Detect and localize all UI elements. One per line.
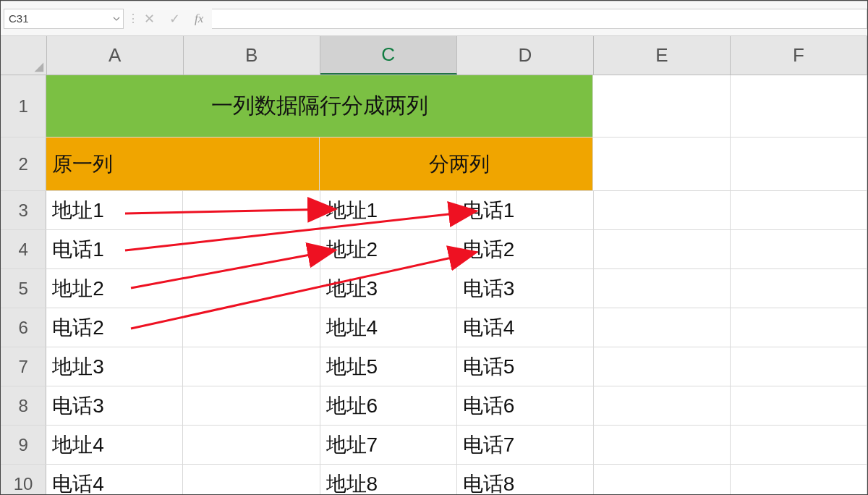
cell-A[interactable]: 地址1 [46,191,183,229]
cell-D[interactable]: 电话8 [457,465,594,495]
cell-E2[interactable] [593,138,730,190]
table-row: 5地址2地址3电话3 [1,269,867,308]
cell-A[interactable]: 电话1 [46,230,183,268]
cell-E[interactable] [594,230,731,268]
table-row: 8电话3地址6电话6 [1,386,867,426]
cell-A[interactable]: 地址3 [46,347,183,386]
row-1: 1 一列数据隔行分成两列 [1,75,867,138]
cell-B[interactable] [183,308,320,347]
cell-F[interactable] [731,465,867,495]
row-header[interactable]: 7 [1,347,46,386]
table-row: 3地址1地址1电话1 [1,191,867,230]
col-header-C[interactable]: C [320,36,457,75]
col-header-B[interactable]: B [184,36,320,75]
cell-F1[interactable] [731,75,867,137]
cell-C[interactable]: 地址7 [320,426,457,464]
row-2: 2 原一列 分两列 [1,138,867,191]
row-header-1[interactable]: 1 [1,75,46,137]
table-row: 10电话4地址8电话8 [1,465,867,495]
name-box[interactable]: C31 [4,9,124,29]
cell-D[interactable]: 电话1 [457,191,594,229]
col-header-E[interactable]: E [594,36,731,75]
column-headers: A B C D E F [1,36,867,75]
cell-E[interactable] [594,347,731,386]
row-header[interactable]: 10 [1,465,46,495]
cell-F2[interactable] [731,138,867,190]
cell-F[interactable] [731,426,867,464]
cell-B[interactable] [183,347,320,386]
spreadsheet-grid: A B C D E F 1 一列数据隔行分成两列 2 原一列 分两列 3地址1地… [1,36,867,495]
cell-F[interactable] [731,269,867,308]
cell-F[interactable] [731,230,867,268]
cell-E1[interactable] [593,75,730,137]
cell-F[interactable] [731,191,867,229]
cell-C[interactable]: 地址5 [320,347,457,386]
row-header-2[interactable]: 2 [1,138,46,190]
cell-D[interactable]: 电话2 [457,230,594,268]
row-header[interactable]: 8 [1,386,46,425]
grid-rows: 1 一列数据隔行分成两列 2 原一列 分两列 3地址1地址1电话14电话1地址2… [1,75,867,495]
confirm-icon[interactable]: ✓ [169,11,180,27]
cell-E[interactable] [594,465,731,495]
cell-D[interactable]: 电话3 [457,269,594,308]
cell-E[interactable] [594,386,731,425]
formula-buttons: ✕ ✓ fx [144,11,203,27]
formula-input[interactable] [212,9,867,29]
drag-handle-icon[interactable]: ⋮ [124,12,140,25]
row-header[interactable]: 6 [1,308,46,347]
cell-A[interactable]: 地址2 [46,269,183,308]
cell-E[interactable] [594,191,731,229]
cell-B[interactable] [183,465,320,495]
row-header[interactable]: 3 [1,191,46,229]
sub-right-cell[interactable]: 分两列 [320,138,593,190]
row-header[interactable]: 5 [1,269,46,308]
cell-E[interactable] [594,269,731,308]
name-box-dropdown-icon[interactable] [110,9,123,28]
title-cell[interactable]: 一列数据隔行分成两列 [46,75,593,137]
col-header-A[interactable]: A [47,36,184,75]
cell-C[interactable]: 地址6 [320,386,457,425]
cell-B[interactable] [183,230,320,268]
table-row: 7地址3地址5电话5 [1,347,867,386]
cell-B[interactable] [183,191,320,229]
cell-A[interactable]: 电话4 [46,465,183,495]
cell-C[interactable]: 地址4 [320,308,457,347]
col-header-F[interactable]: F [731,36,867,75]
fx-icon[interactable]: fx [195,12,203,26]
cell-B[interactable] [183,426,320,464]
cell-D[interactable]: 电话5 [457,347,594,386]
name-box-value: C31 [4,12,110,25]
cell-A[interactable]: 地址4 [46,426,183,464]
cell-F[interactable] [731,347,867,386]
formula-bar: C31 ⋮ ✕ ✓ fx [1,1,867,36]
table-row: 4电话1地址2电话2 [1,230,867,269]
cell-F[interactable] [731,386,867,425]
cell-C[interactable]: 地址3 [320,269,457,308]
select-all-corner[interactable] [1,36,47,75]
table-row: 9地址4地址7电话7 [1,426,867,465]
cancel-icon[interactable]: ✕ [144,11,155,27]
cell-D[interactable]: 电话4 [457,308,594,347]
cell-E[interactable] [594,308,731,347]
cell-E[interactable] [594,426,731,464]
cell-D[interactable]: 电话7 [457,426,594,464]
col-header-D[interactable]: D [457,36,594,75]
cell-A[interactable]: 电话2 [46,308,183,347]
table-row: 6电话2地址4电话4 [1,308,867,347]
cell-B[interactable] [183,386,320,425]
cell-C[interactable]: 地址8 [320,465,457,495]
cell-A[interactable]: 电话3 [46,386,183,425]
cell-D[interactable]: 电话6 [457,386,594,425]
cell-C[interactable]: 地址2 [320,230,457,268]
row-header[interactable]: 4 [1,230,46,268]
cell-B[interactable] [183,269,320,308]
sub-left-cell[interactable]: 原一列 [46,138,320,190]
row-header[interactable]: 9 [1,426,46,464]
cell-F[interactable] [731,308,867,347]
cell-C[interactable]: 地址1 [320,191,457,229]
